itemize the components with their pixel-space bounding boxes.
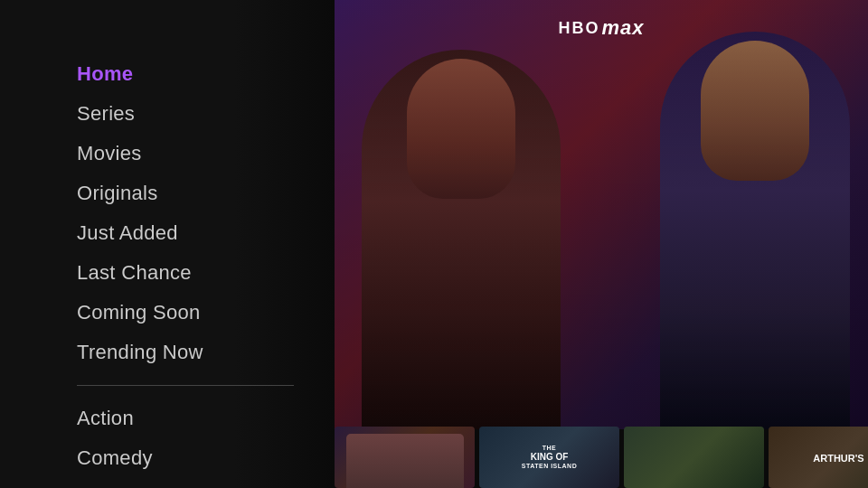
thumbnail-2-line3: STATEN ISLAND bbox=[522, 463, 577, 470]
thumbnail-2[interactable]: THE KING OF STATEN ISLAND bbox=[479, 427, 619, 488]
main-content: HBO max THE KING OF STATEN ISLAND max or… bbox=[335, 0, 868, 488]
thumbnails-row: THE KING OF STATEN ISLAND max original A… bbox=[335, 427, 868, 488]
thumbnail-2-text: THE KING OF STATEN ISLAND bbox=[522, 445, 577, 471]
max-logo-text: max bbox=[601, 16, 644, 40]
thumbnail-4[interactable]: max original ARTHUR'S bbox=[769, 427, 868, 488]
thumbnail-2-line2: KING OF bbox=[522, 452, 577, 463]
thumbnail-1[interactable] bbox=[335, 427, 475, 488]
sidebar-item-series[interactable]: Series bbox=[77, 94, 335, 134]
thumbnail-4-text: ARTHUR'S bbox=[813, 449, 863, 465]
app-logo: HBO max bbox=[558, 16, 644, 40]
sidebar-item-action[interactable]: Action bbox=[77, 399, 335, 438]
sidebar-item-last-chance[interactable]: Last Chance bbox=[77, 253, 335, 293]
sidebar: Home Series Movies Originals Just Added … bbox=[0, 0, 335, 488]
sidebar-item-just-added[interactable]: Just Added bbox=[77, 213, 335, 253]
sidebar-item-trending-now[interactable]: Trending Now bbox=[77, 333, 335, 372]
hbo-logo-text: HBO bbox=[558, 19, 599, 38]
sidebar-item-home[interactable]: Home bbox=[77, 54, 335, 94]
sidebar-item-originals[interactable]: Originals bbox=[77, 174, 335, 213]
sidebar-item-coming-soon[interactable]: Coming Soon bbox=[77, 293, 335, 333]
thumbnail-2-line1: THE bbox=[522, 445, 577, 452]
sidebar-divider bbox=[77, 385, 294, 386]
thumbnail-3[interactable] bbox=[624, 427, 764, 488]
sidebar-item-comedy[interactable]: Comedy bbox=[77, 438, 335, 478]
hero-banner bbox=[335, 0, 868, 429]
hero-overlay bbox=[335, 0, 868, 429]
sidebar-item-movies[interactable]: Movies bbox=[77, 134, 335, 174]
